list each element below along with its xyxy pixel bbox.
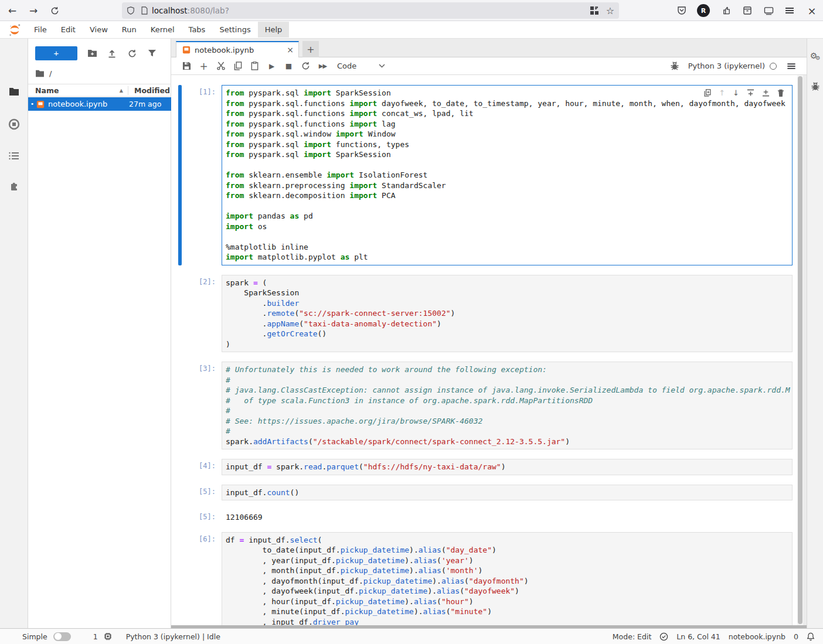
property-inspector-icon[interactable]: ⚙⚙ [807,47,823,64]
file-list-header: Name ▲ Modified [28,84,171,97]
simple-mode-toggle[interactable] [53,632,71,641]
cursor-position[interactable]: Ln 6, Col 41 [676,632,720,641]
toolbar-menu-icon[interactable] [783,59,800,73]
cell-collapser[interactable] [178,510,182,523]
cell-collapser[interactable] [178,532,182,626]
filter-icon[interactable] [142,46,162,60]
menu-kernel[interactable]: Kernel [144,22,182,38]
bell-icon[interactable] [807,632,815,641]
reload-icon[interactable] [47,3,62,18]
bookmark-star-icon[interactable]: ☆ [606,5,614,16]
kernel-count[interactable]: 1 [93,632,98,641]
cell-collapser[interactable] [178,459,182,475]
statusbar-left: Simple 1 Python 3 (ipykernel) | Idle [22,632,220,641]
jupyter-logo-icon [8,23,21,36]
vertical-scrollbar[interactable] [797,75,803,625]
menu-run[interactable]: Run [115,22,144,38]
url-bar[interactable]: localhost:8080/lab? ☆ [122,2,619,19]
output-prompt: [5]: [186,510,222,523]
restart-run-all-icon[interactable]: ▶▶ [314,59,331,73]
delete-cell-icon[interactable] [777,89,784,97]
jupyterlab-window: ← → localhost:8080/lab? ☆ R × [0,0,823,644]
upload-icon[interactable] [102,46,122,60]
archive-icon[interactable] [740,3,755,18]
cell-type-dropdown[interactable]: Code [337,62,389,70]
stop-kernel-icon[interactable]: ■ [280,59,297,73]
code-cell: [2]:spark = ( SparkSession .builder .rem… [178,275,793,353]
insert-cell-above-icon[interactable] [747,89,754,97]
notification-count[interactable]: 0 [794,632,798,641]
mode-indicator[interactable]: Mode: Edit [613,632,651,641]
copy-cells-icon[interactable] [229,59,246,73]
column-header-name[interactable]: Name [35,86,120,95]
extension-icon[interactable] [719,3,734,18]
paste-cells-icon[interactable] [246,59,263,73]
cut-cells-icon[interactable] [212,59,229,73]
back-icon[interactable]: ← [5,3,20,18]
execution-prompt: [6]: [186,532,222,626]
menu-view[interactable]: View [83,22,115,38]
pocket-icon[interactable] [674,3,689,18]
tab-close-icon[interactable]: × [287,45,294,54]
kernel-cpu-icon[interactable] [104,632,112,640]
extension-manager-tab-icon[interactable] [0,176,28,197]
kernel-status-icon[interactable] [770,63,777,70]
menu-help[interactable]: Help [258,22,290,38]
code-cell: [4]:input_df = spark.read.parquet("hdfs:… [178,459,793,475]
kernel-name[interactable]: Python 3 (ipykernel) [688,62,765,70]
move-cell-up-icon[interactable]: ↑ [719,88,725,97]
menu-file[interactable]: File [27,22,54,38]
cell-editor[interactable]: from pyspark.sql import SparkSessionfrom… [222,85,793,265]
cell-collapser[interactable] [178,485,182,501]
cell-type-value: Code [337,62,356,70]
sidebar-toggle-icon[interactable] [761,3,776,18]
running-kernels-tab-icon[interactable] [0,114,28,135]
refresh-icon[interactable] [122,46,142,60]
debugger-bug-icon[interactable] [666,59,683,73]
file-browser-tab-icon[interactable] [0,81,28,102]
window-close-icon[interactable]: × [804,3,819,18]
run-cell-icon[interactable]: ▶ [263,59,280,73]
execution-prompt: [5]: [186,485,222,501]
status-bar: Simple 1 Python 3 (ipykernel) | Idle Mod… [0,628,823,644]
insert-cell-below-icon[interactable] [762,89,770,97]
cell-collapser[interactable] [178,275,182,353]
move-cell-down-icon[interactable]: ↓ [733,88,739,97]
forward-icon[interactable]: → [26,3,41,18]
restart-kernel-icon[interactable] [297,59,314,73]
new-launcher-button[interactable]: + [35,46,77,60]
file-row-notebook[interactable]: • notebook.ipynb 27m ago [28,97,171,111]
cell-editor[interactable]: spark = ( SparkSession .builder .remote(… [222,275,793,353]
kernel-status-text[interactable]: Python 3 (ipykernel) | Idle [126,632,220,641]
debugger-tab-icon[interactable] [807,77,823,95]
trust-shield-icon[interactable] [659,632,668,641]
table-of-contents-tab-icon[interactable] [0,145,28,166]
scrollbar-thumb[interactable] [798,76,802,624]
execution-prompt: [2]: [186,275,222,353]
cell-editor[interactable]: input_df.count() [222,485,793,501]
notebook-dock: notebook.ipynb × + + ▶ ■ ▶▶ [171,39,807,628]
duplicate-cell-icon[interactable] [704,89,711,97]
file-modified: 27m ago [129,100,171,108]
breadcrumb-root[interactable]: / [49,69,52,78]
profile-avatar[interactable]: R [697,4,710,17]
menu-tabs[interactable]: Tabs [182,22,213,38]
browser-menu-icon[interactable] [782,3,797,18]
new-tab-button[interactable]: + [302,41,319,57]
cell-collapser[interactable] [178,85,182,265]
new-folder-icon[interactable] [82,46,102,60]
breadcrumb[interactable]: / [35,67,52,80]
statusbar-filename: notebook.ipynb [729,632,785,641]
folder-icon [35,70,45,77]
tab-notebook[interactable]: notebook.ipynb × [176,41,299,57]
cell-editor[interactable]: input_df = spark.read.parquet("hdfs://hd… [222,459,793,475]
column-header-modified[interactable]: Modified [128,86,171,95]
insert-cell-icon[interactable]: + [195,59,212,73]
screenshot-grid-icon[interactable] [590,6,599,15]
menu-settings[interactable]: Settings [212,22,257,38]
cell-editor[interactable]: # Unfortunately this is needed to work a… [222,362,793,449]
cell-editor[interactable]: df = input_df.select( to_date(input_df.p… [222,532,793,626]
save-icon[interactable] [178,59,195,73]
cell-collapser[interactable] [178,362,182,449]
menu-edit[interactable]: Edit [54,22,83,38]
